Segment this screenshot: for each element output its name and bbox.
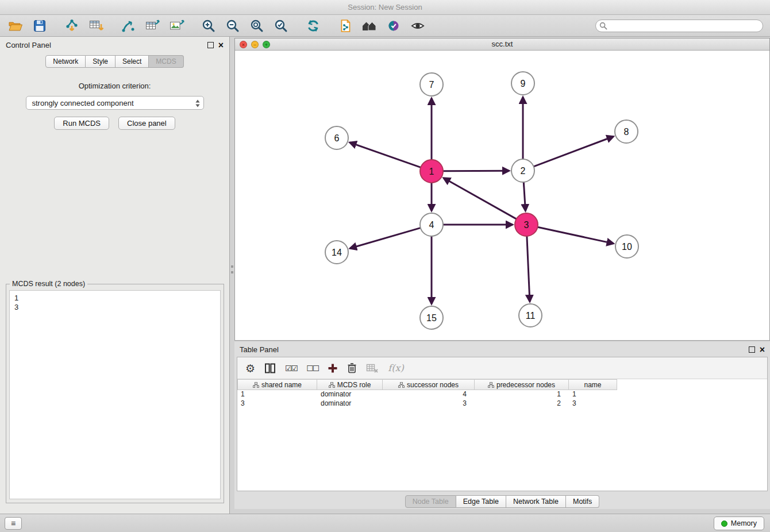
- refresh-view-button[interactable]: [305, 17, 322, 34]
- graph-node-7[interactable]: 7: [420, 73, 443, 96]
- column-header-successor-nodes[interactable]: successor nodes: [383, 379, 475, 390]
- graph-node-9[interactable]: 9: [511, 72, 534, 95]
- node-label: 14: [332, 248, 342, 257]
- graph-node-11[interactable]: 11: [519, 304, 542, 327]
- edge-3-to-1[interactable]: [444, 178, 517, 219]
- column-header-name[interactable]: name: [569, 379, 617, 390]
- mcds-result-fieldset: MCDS result (2 nodes) 1 3: [6, 284, 224, 503]
- graph-node-8[interactable]: 8: [615, 120, 638, 143]
- minimize-window-icon[interactable]: −: [251, 41, 259, 48]
- attribute-icon: [253, 382, 259, 388]
- attribute-icon: [398, 382, 405, 388]
- new-network-button[interactable]: [120, 17, 137, 34]
- panel-splitter[interactable]: [230, 37, 234, 514]
- cell-predecessor-nodes: 2: [475, 399, 569, 408]
- run-mcds-button[interactable]: Run MCDS: [54, 117, 109, 130]
- edge-4-to-14[interactable]: [350, 228, 421, 249]
- columns-icon: [264, 363, 276, 374]
- reset-home-button[interactable]: [361, 17, 378, 34]
- function-builder-button[interactable]: f(x): [388, 360, 403, 376]
- edge-2-to-3[interactable]: [523, 182, 525, 211]
- edge-1-to-2[interactable]: [443, 171, 509, 171]
- export-image-button[interactable]: [168, 17, 185, 34]
- apply-style-button[interactable]: [385, 17, 402, 34]
- graph-node-14[interactable]: 14: [325, 241, 348, 264]
- table-toolbar: ⚙ ☑☑ ☐☐: [237, 357, 767, 379]
- float-panel-icon[interactable]: [207, 42, 214, 48]
- tab-motifs[interactable]: Motifs: [566, 495, 599, 508]
- import-table-icon: [88, 19, 104, 33]
- import-table-button[interactable]: [87, 17, 105, 34]
- show-hide-button[interactable]: [409, 17, 426, 34]
- tab-network-table[interactable]: Network Table: [506, 495, 566, 508]
- task-history-button[interactable]: ≡: [5, 517, 22, 530]
- zoom-fit-button[interactable]: [248, 17, 265, 34]
- graph-node-15[interactable]: 15: [420, 306, 443, 329]
- open-session-button[interactable]: [7, 17, 24, 34]
- close-window-icon[interactable]: ×: [240, 41, 247, 48]
- criterion-dropdown[interactable]: strongly connected component: [26, 96, 204, 110]
- tab-network[interactable]: Network: [45, 55, 86, 68]
- tab-style[interactable]: Style: [86, 55, 116, 68]
- graph-node-3[interactable]: 3: [515, 213, 538, 236]
- column-header-shared-name[interactable]: shared name: [237, 379, 317, 390]
- close-table-panel-icon[interactable]: ×: [760, 346, 765, 353]
- table-tabs: Node Table Edge Table Network Table Moti…: [234, 495, 770, 508]
- graph-node-4[interactable]: 4: [420, 213, 443, 236]
- control-panel: Control Panel × Network Style Select MCD…: [0, 37, 230, 514]
- zoom-selected-button[interactable]: [272, 17, 290, 34]
- eye-icon: [410, 20, 425, 32]
- show-hide-columns-button[interactable]: [264, 360, 276, 376]
- zoom-out-button[interactable]: [224, 17, 241, 34]
- cell-name: 1: [569, 390, 617, 399]
- delete-table-button[interactable]: [366, 360, 379, 376]
- network-canvas[interactable]: 1234678910111415: [235, 51, 769, 340]
- node-label: 1: [429, 167, 434, 176]
- edge-3-to-10[interactable]: [538, 227, 614, 244]
- mcds-result-list[interactable]: 1 3: [9, 290, 221, 499]
- tab-node-table[interactable]: Node Table: [405, 495, 456, 508]
- import-network-button[interactable]: [63, 17, 80, 34]
- mcds-result-title: MCDS result (2 nodes): [10, 280, 87, 288]
- tab-edge-table[interactable]: Edge Table: [456, 495, 506, 508]
- graph-node-1[interactable]: 1: [420, 160, 443, 183]
- edge-1-to-6[interactable]: [350, 142, 421, 167]
- table-panel: Table Panel × ⚙ ☑☑ ☐☐: [234, 342, 770, 509]
- clone-network-button[interactable]: [337, 17, 354, 34]
- edge-3-to-11[interactable]: [527, 236, 530, 302]
- zoom-in-icon: [202, 19, 215, 33]
- table-row[interactable]: 1 dominator 4 1 1: [237, 390, 767, 399]
- edge-2-to-8[interactable]: [534, 136, 614, 166]
- select-all-button[interactable]: ☑☑: [285, 360, 297, 376]
- network-graph[interactable]: 1234678910111415: [235, 51, 769, 340]
- splitter-grip-icon: [231, 265, 233, 268]
- tab-select[interactable]: Select: [116, 55, 149, 68]
- memory-button[interactable]: Memory: [714, 516, 764, 530]
- column-header-mcds-role[interactable]: MCDS role: [317, 379, 383, 390]
- add-column-button[interactable]: [328, 360, 338, 376]
- table-settings-button[interactable]: ⚙: [245, 360, 255, 376]
- graph-node-10[interactable]: 10: [615, 235, 638, 258]
- table-row[interactable]: 3 dominator 3 2 3: [237, 399, 767, 408]
- search-input[interactable]: [595, 20, 763, 32]
- delete-column-button[interactable]: [347, 360, 357, 376]
- maximize-window-icon[interactable]: +: [263, 41, 270, 48]
- export-table-button[interactable]: [144, 17, 161, 34]
- mcds-buttons: Run MCDS Close panel: [0, 117, 229, 130]
- close-panel-icon[interactable]: ×: [218, 42, 224, 48]
- graph-node-6[interactable]: 6: [325, 126, 348, 149]
- network-window-titlebar[interactable]: × − + scc.txt: [235, 38, 769, 51]
- close-panel-button[interactable]: Close panel: [118, 117, 175, 130]
- deselect-all-button[interactable]: ☐☐: [306, 360, 318, 376]
- save-session-button[interactable]: [31, 17, 48, 34]
- cell-mcds-role: dominator: [317, 399, 383, 408]
- attribute-icon: [488, 382, 494, 388]
- float-table-panel-icon[interactable]: [749, 346, 755, 353]
- tab-mcds[interactable]: MCDS: [149, 55, 183, 68]
- zoom-in-button[interactable]: [200, 17, 217, 34]
- optimization-criterion-label: Optimization criterion:: [0, 82, 229, 90]
- function-icon: f(x): [388, 363, 403, 373]
- new-export-group: [120, 17, 185, 34]
- column-header-predecessor-nodes[interactable]: predecessor nodes: [475, 379, 569, 390]
- graph-node-2[interactable]: 2: [511, 159, 534, 182]
